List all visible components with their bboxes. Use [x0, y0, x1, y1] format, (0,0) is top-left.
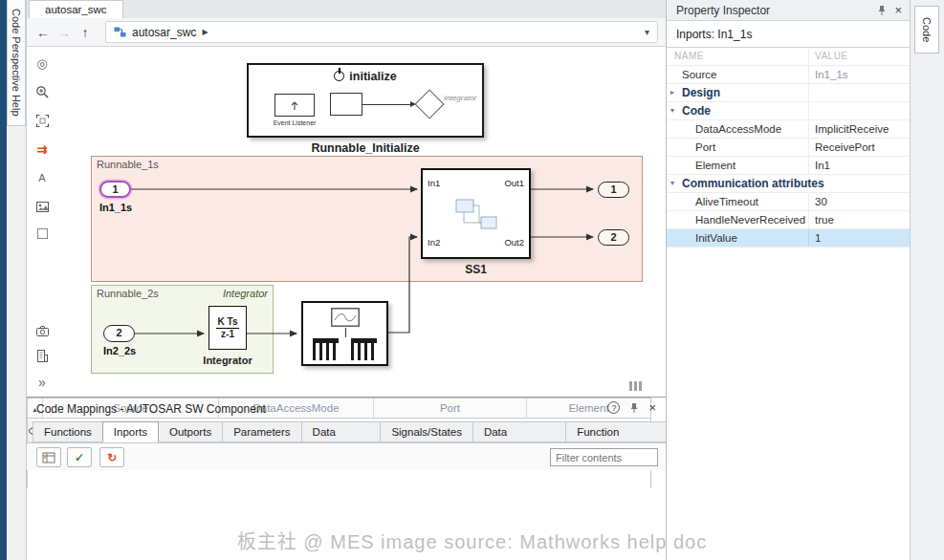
- thumbnail-connector: [345, 328, 346, 337]
- inport-2-block[interactable]: 2: [103, 325, 135, 342]
- forward-button[interactable]: →: [54, 22, 75, 43]
- canvas-scroll-grip[interactable]: [629, 381, 642, 391]
- runnable-1s-label: Runnable_1s: [97, 159, 159, 170]
- inport-1-label: In1_1s: [92, 202, 140, 213]
- navigation-toolbar: ← → ↑ autosar_swc ▶ ▾: [27, 18, 666, 47]
- init-state-block[interactable]: [330, 93, 362, 116]
- screenshot-button[interactable]: [31, 320, 54, 341]
- code-mappings-toolbar: ✓ ↻: [27, 442, 666, 470]
- rate-subsystem-block[interactable]: [301, 301, 388, 366]
- outport-2-block[interactable]: 2: [598, 229, 629, 246]
- help-button[interactable]: ?: [607, 401, 620, 414]
- tab-autosar-swc[interactable]: autosar_swc: [29, 0, 123, 18]
- property-row-port[interactable]: Port ReceivePort: [667, 139, 910, 157]
- model-editor: ◎ ⇉ A »: [27, 47, 666, 397]
- init-switch-block[interactable]: [414, 89, 444, 118]
- image-icon: [35, 200, 50, 214]
- tab-data-stores[interactable]: Data Stores: [301, 421, 382, 442]
- property-row-dataaccessmode[interactable]: DataAccessMode ImplicitReceive: [667, 120, 910, 139]
- tab-code[interactable]: Code: [914, 6, 939, 54]
- runnable-initialize-block[interactable]: initialize Event Listener Integrator: [247, 63, 484, 138]
- outport-1-block[interactable]: 1: [598, 182, 629, 198]
- refresh-icon: ↻: [107, 451, 117, 464]
- expand-palette-button[interactable]: »: [31, 372, 54, 393]
- property-row-handleneverreceived[interactable]: HandleNeverReceived true: [667, 211, 910, 229]
- zoom-in-icon: [35, 85, 50, 99]
- runnable-initialize-label: Runnable_Initialize: [247, 141, 484, 155]
- zoom-in-button[interactable]: [31, 81, 54, 102]
- viewmark-icon: ◎: [36, 56, 47, 71]
- inport-1-block[interactable]: 1: [99, 181, 131, 198]
- tab-functions[interactable]: Functions: [33, 421, 103, 442]
- code-mappings-header: Code Mappings - AUTOSAR SW Component ? ×: [27, 398, 666, 421]
- fit-to-view-button[interactable]: [31, 110, 54, 131]
- up-button[interactable]: ↑: [75, 22, 96, 43]
- ss1-subsystem-block[interactable]: In1 In2 Out1 Out2: [421, 168, 531, 259]
- ss1-thumbnail: [454, 192, 502, 238]
- property-row-alivetimeout[interactable]: AliveTimeout 30: [667, 193, 910, 211]
- ss1-port-in1: In1: [428, 178, 440, 188]
- code-mappings-title: Code Mappings - AUTOSAR SW Component: [36, 402, 266, 416]
- pin-button[interactable]: [629, 402, 639, 414]
- runnable-2s-title: Integrator: [201, 288, 268, 299]
- image-button[interactable]: [31, 196, 54, 217]
- mapping-grid-icon: [42, 452, 55, 463]
- model-canvas[interactable]: initialize Event Listener Integrator Run…: [57, 47, 666, 397]
- property-inspector-panel: Property Inspector × Inports: In1_1s NAM…: [666, 0, 910, 560]
- property-row-element[interactable]: Element In1: [667, 157, 910, 175]
- model-browser-button[interactable]: [31, 345, 54, 366]
- tab-data-transfers[interactable]: Data Transfers: [472, 421, 566, 442]
- init-wire: [362, 104, 410, 105]
- property-row-source[interactable]: Source In1_1s: [667, 66, 910, 84]
- property-row-initvalue[interactable]: InitValue 1: [667, 229, 910, 248]
- right-rail: Code: [910, 0, 944, 560]
- tab-function-callers[interactable]: Function Callers: [565, 421, 667, 442]
- inspector-context-bar: Inports: In1_1s: [667, 21, 910, 48]
- chevron-down-icon[interactable]: ▾: [670, 175, 680, 192]
- mapping-editor-button[interactable]: [36, 447, 61, 467]
- breadcrumb-model-name[interactable]: autosar_swc: [132, 26, 196, 39]
- property-inspector-title: Property Inspector: [676, 4, 770, 17]
- runnable-1s-region[interactable]: [91, 156, 643, 282]
- code-mappings-panel: Code Mappings - AUTOSAR SW Component ? ×…: [27, 397, 666, 560]
- breadcrumb[interactable]: autosar_swc ▶ ▾: [105, 21, 658, 43]
- close-panel-button[interactable]: ×: [648, 401, 656, 414]
- runnable-2s-label: Runnable_2s: [97, 288, 159, 299]
- group-row-code[interactable]: ▾ Code: [667, 102, 910, 120]
- chevron-down-icon[interactable]: ▾: [670, 102, 680, 119]
- tab-parameters[interactable]: Parameters: [222, 421, 301, 442]
- breadcrumb-dropdown-icon[interactable]: ▾: [645, 27, 649, 37]
- group-row-communication-attributes[interactable]: ▾ Communication attributes: [667, 175, 910, 193]
- inport-2-label: In2_2s: [96, 345, 143, 356]
- chevron-right-icon[interactable]: ▸: [670, 84, 680, 101]
- close-inspector-button[interactable]: ×: [894, 4, 902, 16]
- group-row-design[interactable]: ▸ Design: [667, 84, 910, 102]
- window-edge-bar: [0, 0, 7, 560]
- tab-code-perspective-help[interactable]: Code Perspective Help: [7, 0, 26, 126]
- filter-input[interactable]: [550, 448, 658, 466]
- ss1-port-out2: Out2: [504, 237, 524, 248]
- area-icon: [37, 228, 48, 239]
- ss1-label: SS1: [421, 263, 531, 276]
- update-code-button[interactable]: ↻: [99, 447, 124, 467]
- tab-inports[interactable]: Inports: [102, 421, 159, 442]
- integrator-block[interactable]: K Ts z-1: [209, 306, 247, 350]
- route-highlight-button[interactable]: ⇉: [31, 139, 54, 160]
- validate-button[interactable]: ✓: [67, 447, 92, 467]
- pin-button[interactable]: [877, 5, 887, 16]
- breadcrumb-caret-icon[interactable]: ▶: [202, 28, 208, 36]
- left-rail: Code Perspective Help: [7, 0, 27, 560]
- ss1-port-out1: Out1: [504, 178, 524, 188]
- camera-icon: [35, 324, 50, 338]
- back-button[interactable]: ←: [33, 22, 54, 43]
- viewmark-button[interactable]: ◎: [31, 53, 54, 74]
- route-highlight-icon: ⇉: [37, 142, 48, 157]
- event-listener-label: Event Listener: [256, 119, 333, 126]
- area-button[interactable]: [31, 223, 54, 244]
- event-listener-block[interactable]: [274, 94, 315, 117]
- annotation-button[interactable]: A: [31, 167, 54, 188]
- property-grid-header: NAME VALUE: [667, 48, 910, 66]
- tab-signals-states[interactable]: Signals/States: [380, 421, 473, 442]
- tab-outports[interactable]: Outports: [158, 421, 223, 442]
- annotation-icon: A: [38, 172, 45, 183]
